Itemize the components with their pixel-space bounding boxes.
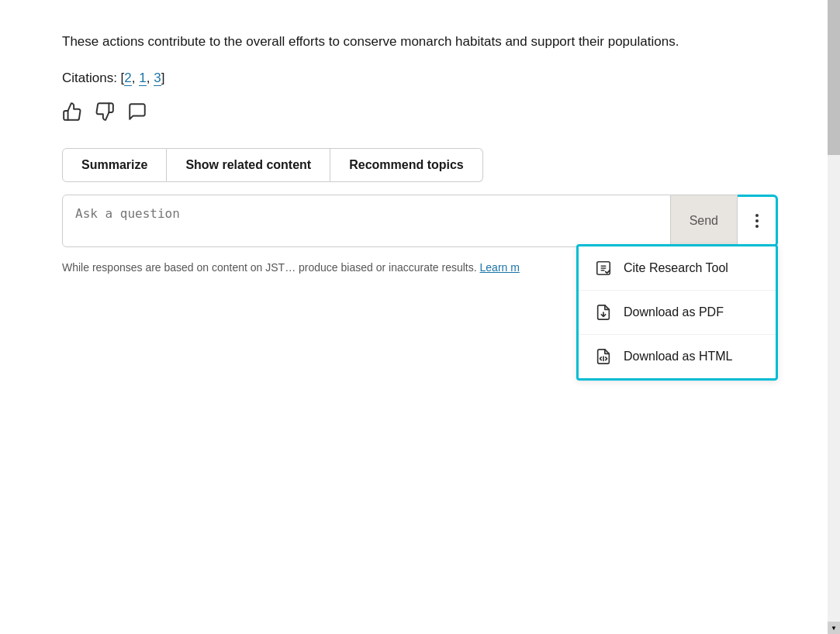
more-options-button[interactable] [738, 195, 778, 247]
page-container: These actions contribute to the overall … [0, 0, 840, 634]
comment-button[interactable] [127, 102, 147, 126]
three-dots-icon [755, 214, 759, 228]
learn-more-link[interactable]: Learn m [480, 261, 520, 274]
citations-label: Citations: [62, 71, 121, 85]
show-related-button[interactable]: Show related content [167, 148, 330, 182]
download-pdf-item[interactable]: Download as PDF [579, 291, 776, 335]
scrollbar-arrow-down[interactable]: ▼ [828, 622, 840, 634]
dropdown-menu: Cite Research Tool Download as PDF [576, 244, 778, 381]
cite-icon [594, 259, 613, 277]
download-html-item[interactable]: Download as HTML [579, 335, 776, 378]
main-paragraph: These actions contribute to the overall … [62, 31, 778, 52]
thumbs-up-button[interactable] [62, 102, 82, 126]
cite-research-tool-label: Cite Research Tool [624, 261, 728, 275]
ask-question-input[interactable] [62, 195, 671, 247]
recommend-topics-button[interactable]: Recommend topics [330, 148, 483, 182]
scrollbar-thumb[interactable] [828, 0, 840, 155]
citation-1[interactable]: 1 [139, 71, 146, 86]
download-pdf-label: Download as PDF [624, 305, 724, 319]
html-icon [594, 347, 613, 366]
action-buttons-row: Summarize Show related content Recommend… [62, 148, 778, 182]
content-area: These actions contribute to the overall … [0, 0, 840, 634]
thumbs-down-button[interactable] [95, 102, 115, 126]
input-row: Send Cit [62, 195, 778, 247]
disclaimer-after: produce biased or inaccurate results. [299, 261, 477, 274]
disclaimer-before: While responses are based on content on … [62, 261, 285, 274]
pdf-icon [594, 303, 613, 322]
citations-line: Citations: [2, 1, 3] [62, 71, 778, 86]
citation-2[interactable]: 2 [124, 71, 131, 86]
feedback-icons [62, 102, 778, 126]
summarize-button[interactable]: Summarize [62, 148, 167, 182]
citation-3[interactable]: 3 [154, 71, 161, 86]
scrollbar[interactable]: ▼ [828, 0, 840, 634]
disclaimer-ellipsis: … [285, 261, 299, 274]
citations-bracket-close: ] [161, 71, 165, 85]
cite-research-tool-item[interactable]: Cite Research Tool [579, 246, 776, 291]
send-button[interactable]: Send [671, 195, 738, 247]
download-html-label: Download as HTML [624, 350, 733, 364]
